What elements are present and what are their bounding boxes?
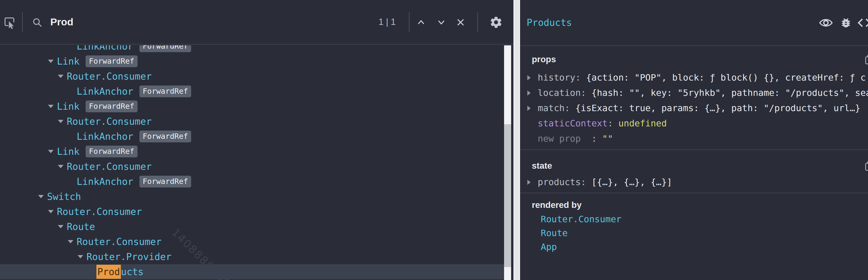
tree-row-router-consumer[interactable]: Router.Consumer (0, 234, 504, 249)
toolbar-divider (22, 12, 23, 32)
separator: : (564, 103, 575, 113)
chevron-up-icon (416, 18, 426, 27)
component-tree: 1408880486 LinkAnchorForwardRefLinkForwa… (0, 45, 504, 280)
forwardref-badge: ForwardRef (140, 176, 191, 187)
tree-row-link[interactable]: LinkForwardRef (0, 144, 504, 159)
kv-row-match[interactable]: match: {isExact: true, params: {…}, path… (520, 101, 868, 116)
key-name: new prop (538, 133, 581, 144)
kv-row-history[interactable]: history: {action: "POP", block: ƒ block(… (520, 70, 868, 85)
value-preview[interactable]: {action: "POP", block: ƒ block() {}, cre… (586, 72, 866, 83)
panel-resize-handle[interactable] (514, 0, 520, 280)
component-name: Router.Consumer (67, 71, 152, 82)
rendered-by-link-route[interactable]: Route (541, 226, 567, 240)
tree-scrollbar-thumb[interactable] (504, 124, 511, 267)
inspect-dom-button[interactable] (819, 0, 833, 45)
debug-log-button[interactable] (840, 0, 852, 45)
expander-arrow-icon[interactable] (58, 120, 63, 123)
kv-row-location[interactable]: location: {hash: "", key: "5ryhkb", path… (520, 85, 868, 101)
value-preview[interactable]: "" (602, 133, 613, 144)
tree-row-linkanchor[interactable]: LinkAnchorForwardRef (0, 84, 504, 99)
value-preview[interactable]: undefined (618, 118, 667, 129)
expander-arrow-icon[interactable] (78, 255, 83, 258)
kv-row-staticcontext[interactable]: staticContext: undefined (520, 116, 868, 131)
close-icon (456, 18, 465, 27)
tree-row-router-consumer[interactable]: Router.Consumer (0, 159, 504, 174)
section-divider (520, 193, 868, 193)
tree-row-route[interactable]: Route (0, 219, 504, 234)
expand-arrow-icon[interactable] (527, 180, 531, 185)
tree-row-router-consumer[interactable]: Router.Consumer (0, 69, 504, 84)
rendered-by-link-app[interactable]: App (541, 240, 557, 254)
search-match-highlight: Prod (96, 265, 121, 279)
forwardref-badge: ForwardRef (140, 131, 191, 142)
forwardref-badge: ForwardRef (86, 101, 137, 112)
clear-search-button[interactable] (452, 0, 469, 45)
key-name: match (538, 103, 564, 113)
expander-arrow-icon[interactable] (58, 165, 63, 168)
inspect-element-button[interactable] (0, 0, 18, 45)
forwardref-badge: ForwardRef (86, 146, 137, 158)
copy-state-icon[interactable] (865, 161, 868, 172)
tree-row-router-consumer[interactable]: Router.Consumer (0, 114, 504, 129)
component-name: LinkAnchor (76, 176, 133, 187)
tree-row-router-provider[interactable]: Router.Provider (0, 249, 504, 264)
expand-arrow-icon[interactable] (527, 75, 531, 80)
component-name: LinkAnchor (76, 86, 133, 97)
expand-arrow-icon[interactable] (527, 106, 531, 111)
components-toolbar: Prod 1 | 1 (0, 0, 514, 45)
separator: : (575, 72, 586, 83)
tree-row-router-consumer[interactable]: Router.Consumer (0, 204, 504, 219)
code-brackets-icon (857, 17, 868, 28)
search-icon-glyph (31, 17, 43, 28)
tree-row-link[interactable]: LinkForwardRef (0, 99, 504, 114)
toolbar-divider (477, 12, 478, 32)
component-name: Link (57, 101, 80, 112)
expander-arrow-icon[interactable] (58, 225, 63, 228)
search-input[interactable]: Prod (50, 0, 73, 44)
expander-arrow-icon[interactable] (48, 150, 54, 153)
separator: : (581, 88, 591, 98)
value-preview[interactable]: {hash: "", key: "5ryhkb", pathname: "/pr… (591, 88, 868, 98)
tree-row-linkanchor[interactable]: LinkAnchorForwardRef (0, 129, 504, 144)
component-name: Products (96, 265, 144, 279)
forwardref-badge: ForwardRef (140, 85, 191, 97)
separator: : (581, 133, 602, 144)
settings-button[interactable] (487, 0, 505, 45)
value-preview[interactable]: [{…}, {…}, {…}] (591, 177, 672, 187)
key-name: location (538, 88, 581, 98)
eye-icon (819, 18, 833, 28)
expander-arrow-icon[interactable] (48, 210, 54, 213)
view-source-button[interactable] (857, 0, 868, 45)
inspect-element-icon (3, 16, 16, 29)
expander-arrow-icon[interactable] (68, 240, 73, 243)
next-result-button[interactable] (433, 0, 450, 45)
gear-icon (490, 16, 503, 29)
details-panel: Products props (520, 0, 868, 280)
component-name: Router.Consumer (67, 161, 152, 172)
forwardref-badge: ForwardRef (86, 56, 137, 67)
expander-arrow-icon[interactable] (48, 60, 54, 63)
tree-row-linkanchor[interactable]: LinkAnchorForwardRef (0, 45, 504, 54)
expander-arrow-icon[interactable] (58, 75, 63, 78)
previous-result-button[interactable] (413, 0, 429, 45)
value-preview[interactable]: {isExact: true, params: {…}, path: "/pro… (575, 103, 861, 113)
component-name: Switch (47, 191, 81, 202)
tree-row-products[interactable]: Products (0, 264, 504, 279)
bug-icon (840, 17, 852, 29)
kv-row-new-prop[interactable]: new prop : "" (520, 131, 868, 146)
tree-row-link[interactable]: LinkForwardRef (0, 54, 504, 69)
expander-arrow-icon[interactable] (38, 195, 44, 198)
expand-arrow-icon[interactable] (527, 91, 531, 96)
rendered-by-link-router-consumer[interactable]: Router.Consumer (541, 212, 621, 226)
chevron-down-icon (437, 18, 446, 27)
component-name: Router.Consumer (57, 206, 142, 217)
key-name: history (538, 72, 575, 83)
expander-arrow-icon[interactable] (48, 105, 54, 108)
component-name: LinkAnchor (76, 45, 133, 52)
copy-props-icon[interactable] (865, 55, 868, 65)
tree-row-switch[interactable]: Switch (0, 189, 504, 204)
tree-row-linkanchor[interactable]: LinkAnchorForwardRef (0, 174, 504, 189)
kv-row-products[interactable]: products: [{…}, {…}, {…}] (520, 175, 868, 190)
component-name: Route (67, 221, 95, 232)
component-name: Router.Consumer (76, 236, 161, 247)
